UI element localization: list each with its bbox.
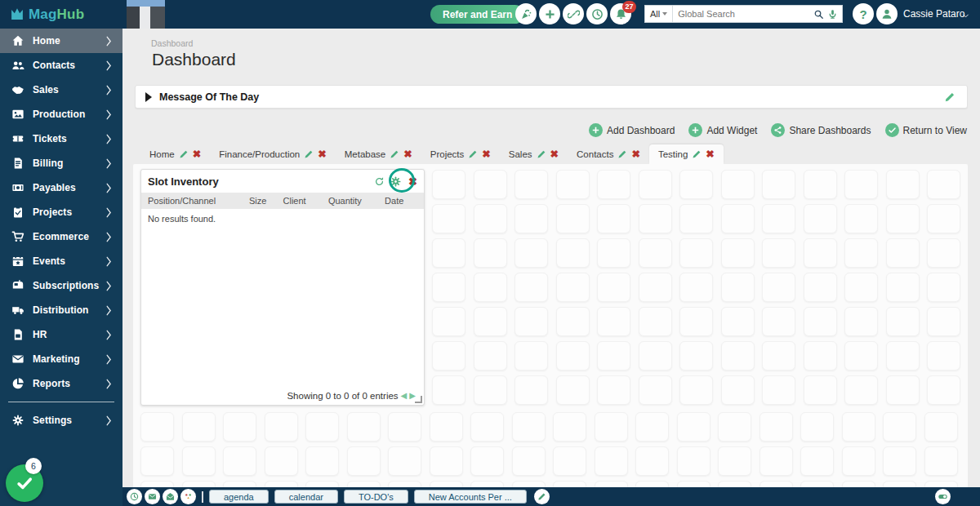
dashboard-tab-finance-production[interactable]: Finance/Production✖ bbox=[210, 144, 336, 164]
edit-pencil-icon[interactable] bbox=[537, 149, 546, 159]
mail-icon bbox=[148, 492, 157, 501]
sidebar-item-contacts[interactable]: Contacts bbox=[0, 53, 122, 78]
tab-close-icon[interactable]: ✖ bbox=[550, 149, 559, 160]
message-of-the-day-panel[interactable]: Message Of The Day bbox=[135, 85, 968, 109]
widget-empty-message: No results found. bbox=[141, 209, 424, 229]
sidebar-item-settings[interactable]: Settings bbox=[0, 408, 122, 433]
grid-cell bbox=[844, 273, 878, 302]
bottombar-tab-agenda[interactable]: agenda bbox=[209, 490, 269, 504]
grid-cell bbox=[804, 375, 837, 405]
edit-pencil-icon[interactable] bbox=[617, 149, 627, 159]
user-menu-chevron-icon[interactable] bbox=[962, 12, 969, 20]
edit-pencil-icon[interactable] bbox=[692, 149, 702, 159]
tab-close-icon[interactable]: ✖ bbox=[403, 149, 412, 160]
edit-pencil-icon[interactable] bbox=[304, 149, 314, 159]
sidebar-item-hr[interactable]: HR bbox=[0, 322, 122, 347]
dashboard-tab-metabase[interactable]: Metabase✖ bbox=[336, 144, 421, 164]
invoice-icon bbox=[11, 157, 24, 171]
grid-cell bbox=[844, 375, 878, 405]
add-widget-button[interactable]: Add Widget bbox=[688, 123, 757, 137]
mailopen-button[interactable] bbox=[163, 489, 178, 504]
sidebar-item-ecommerce[interactable]: Ecommerce bbox=[0, 224, 122, 249]
toggle-switch-icon[interactable] bbox=[935, 489, 951, 504]
edit-pencil-icon[interactable] bbox=[944, 91, 956, 103]
grid-cell bbox=[762, 273, 795, 302]
tab-close-icon[interactable]: ✖ bbox=[706, 149, 714, 160]
column-header-date[interactable]: Date bbox=[381, 196, 424, 206]
widget-close-icon[interactable]: ✖ bbox=[408, 176, 417, 187]
grid-cell bbox=[514, 204, 548, 233]
tab-close-icon[interactable]: ✖ bbox=[482, 149, 490, 160]
sidebar-item-billing[interactable]: Billing bbox=[0, 151, 122, 175]
bottombar-tab-to-do-s[interactable]: TO-DO's bbox=[344, 490, 408, 504]
share-dashboards-button[interactable]: Share Dashboards bbox=[771, 123, 871, 137]
dashboard-tab-projects[interactable]: Projects✖ bbox=[421, 144, 500, 164]
bottombar-tab-new-accounts-per[interactable]: New Accounts Per ... bbox=[414, 490, 527, 504]
tab-close-icon[interactable]: ✖ bbox=[631, 149, 639, 160]
edit-pencil-icon[interactable] bbox=[179, 149, 189, 159]
grid-cell bbox=[679, 375, 713, 405]
party-icon bbox=[520, 8, 532, 20]
search-input[interactable] bbox=[673, 9, 813, 19]
clock-button[interactable] bbox=[586, 3, 608, 24]
sidebar-item-production[interactable]: Production bbox=[0, 102, 122, 126]
dashboard-tab-contacts[interactable]: Contacts✖ bbox=[568, 144, 649, 164]
edit-pencil-icon[interactable] bbox=[468, 149, 478, 159]
workspace-thumbnail-image[interactable] bbox=[127, 0, 165, 29]
grid-cell bbox=[432, 238, 466, 268]
sidebar-item-marketing[interactable]: Marketing bbox=[0, 347, 122, 371]
edit-pencil-icon[interactable] bbox=[534, 489, 550, 504]
column-header-position-channel[interactable]: Position/Channel bbox=[141, 196, 246, 206]
tab-close-icon[interactable]: ✖ bbox=[193, 149, 201, 160]
apps-button[interactable] bbox=[180, 489, 196, 504]
dashboard-tab-sales[interactable]: Sales✖ bbox=[500, 144, 568, 164]
help-button[interactable]: ? bbox=[853, 3, 874, 24]
edit-pencil-icon[interactable] bbox=[390, 149, 399, 159]
column-header-client[interactable]: Client bbox=[280, 196, 325, 206]
sidebar-item-subscriptions[interactable]: Subscriptions bbox=[0, 273, 122, 298]
microphone-icon[interactable] bbox=[827, 9, 838, 20]
link-button[interactable] bbox=[563, 3, 584, 24]
grid-cell bbox=[140, 412, 174, 442]
sidebar-item-payables[interactable]: Payables bbox=[0, 175, 122, 200]
user-name[interactable]: Cassie Pataro bbox=[903, 0, 964, 29]
widget-resize-handle[interactable] bbox=[415, 396, 422, 403]
search-icon[interactable] bbox=[813, 9, 824, 20]
column-header-quantity[interactable]: Quantity bbox=[325, 196, 381, 206]
add-dashboard-button[interactable]: Add Dashboard bbox=[589, 123, 675, 137]
bottombar-tab-calendar[interactable]: calendar bbox=[274, 490, 338, 504]
user-avatar[interactable] bbox=[876, 3, 898, 24]
chevron-right-icon bbox=[105, 158, 113, 168]
grid-cell bbox=[679, 204, 713, 233]
search-scope-select[interactable]: All bbox=[645, 6, 673, 22]
grid-cell bbox=[556, 170, 590, 199]
widget-settings-gear-icon[interactable] bbox=[390, 175, 402, 188]
sidebar-item-projects[interactable]: Projects bbox=[0, 200, 122, 224]
sidebar-item-distribution[interactable]: Distribution bbox=[0, 298, 122, 322]
plus-button[interactable] bbox=[539, 3, 560, 24]
cart-icon bbox=[11, 230, 24, 244]
pagination-prev-icon[interactable]: ◀ bbox=[401, 392, 408, 400]
grid-cell bbox=[635, 412, 669, 442]
party-button[interactable] bbox=[515, 3, 537, 24]
grid-cell bbox=[597, 375, 630, 405]
dashboard-tab-testing[interactable]: Testing✖ bbox=[649, 144, 724, 164]
sidebar-item-home[interactable]: Home bbox=[0, 29, 122, 53]
grid-cell bbox=[556, 375, 590, 405]
sidebar-item-reports[interactable]: Reports bbox=[0, 371, 122, 396]
mail-button[interactable] bbox=[145, 489, 160, 504]
collapse-arrow-icon[interactable] bbox=[145, 92, 152, 102]
grid-cell bbox=[556, 273, 590, 302]
refresh-icon[interactable] bbox=[374, 176, 385, 187]
tab-close-icon[interactable]: ✖ bbox=[318, 149, 326, 160]
sidebar-item-events[interactable]: Events bbox=[0, 249, 122, 273]
clock-button[interactable] bbox=[127, 489, 142, 504]
grid-cell bbox=[470, 446, 504, 476]
return-to-view-button[interactable]: Return to View bbox=[885, 123, 968, 137]
grid-cell bbox=[804, 307, 837, 336]
sidebar-item-sales[interactable]: Sales bbox=[0, 78, 122, 102]
dashboard-tab-home[interactable]: Home✖ bbox=[140, 144, 210, 164]
sidebar-item-tickets[interactable]: Tickets bbox=[0, 126, 122, 151]
column-header-size[interactable]: Size bbox=[246, 196, 280, 206]
refer-and-earn-button[interactable]: Refer and Earn bbox=[430, 5, 524, 24]
